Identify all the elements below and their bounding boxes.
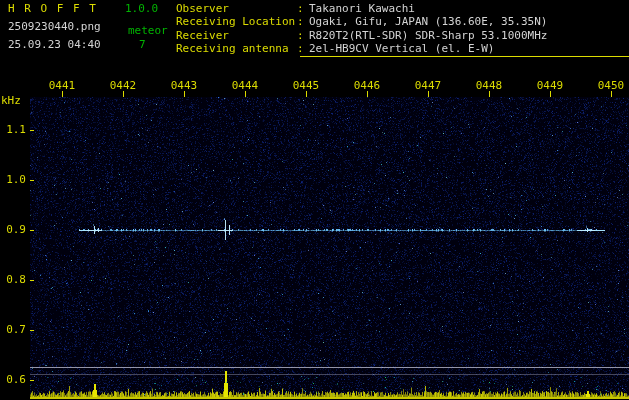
freq-tick-label: 1.0 bbox=[0, 174, 26, 186]
info-label: Observer bbox=[176, 3, 297, 16]
info-value: Takanori Kawachi bbox=[309, 3, 547, 16]
time-tick-label: 0450 bbox=[596, 80, 626, 92]
freq-tick-label: 0.8 bbox=[0, 274, 26, 286]
hrofft-output-window: H R O F F T 1.0.0 2509230440.png meteor … bbox=[0, 0, 629, 400]
freq-tick-label: 0.6 bbox=[0, 374, 26, 386]
time-tick-label: 0444 bbox=[230, 80, 260, 92]
info-value: R820T2(RTL-SDR) SDR-Sharp 53.1000MHz bbox=[309, 30, 547, 43]
info-value: 2el-HB9CV Vertical (el. E-W) bbox=[309, 43, 547, 56]
meteor-count: 7 bbox=[139, 39, 146, 51]
freq-tick-label: 1.1 bbox=[0, 124, 26, 136]
time-tick-label: 0449 bbox=[535, 80, 565, 92]
info-colon: : bbox=[297, 3, 309, 16]
timestamp: 25.09.23 04:40 bbox=[8, 39, 101, 51]
info-label: Receiving Location bbox=[176, 16, 297, 29]
info-colon: : bbox=[297, 43, 309, 56]
freq-tick-label: 0.9 bbox=[0, 224, 26, 236]
mode-label: meteor bbox=[128, 25, 168, 37]
app-title: H R O F F T bbox=[8, 3, 97, 15]
info-label: Receiving antenna bbox=[176, 43, 297, 56]
time-tick-label: 0447 bbox=[413, 80, 443, 92]
spectrogram-canvas bbox=[0, 0, 629, 400]
time-tick-label: 0446 bbox=[352, 80, 382, 92]
time-tick-label: 0448 bbox=[474, 80, 504, 92]
output-filename: 2509230440.png bbox=[8, 21, 101, 33]
info-value: Ogaki, Gifu, JAPAN (136.60E, 35.35N) bbox=[309, 16, 547, 29]
time-tick-label: 0441 bbox=[47, 80, 77, 92]
time-tick-label: 0443 bbox=[169, 80, 199, 92]
time-tick-label: 0445 bbox=[291, 80, 321, 92]
info-colon: : bbox=[297, 30, 309, 43]
app-version: 1.0.0 bbox=[125, 3, 158, 15]
y-axis-unit: kHz bbox=[1, 95, 21, 107]
station-info: Observer : Takanori Kawachi Receiving Lo… bbox=[176, 3, 547, 57]
info-label: Receiver bbox=[176, 30, 297, 43]
time-tick-label: 0442 bbox=[108, 80, 138, 92]
freq-tick-label: 0.7 bbox=[0, 324, 26, 336]
info-colon: : bbox=[297, 16, 309, 29]
